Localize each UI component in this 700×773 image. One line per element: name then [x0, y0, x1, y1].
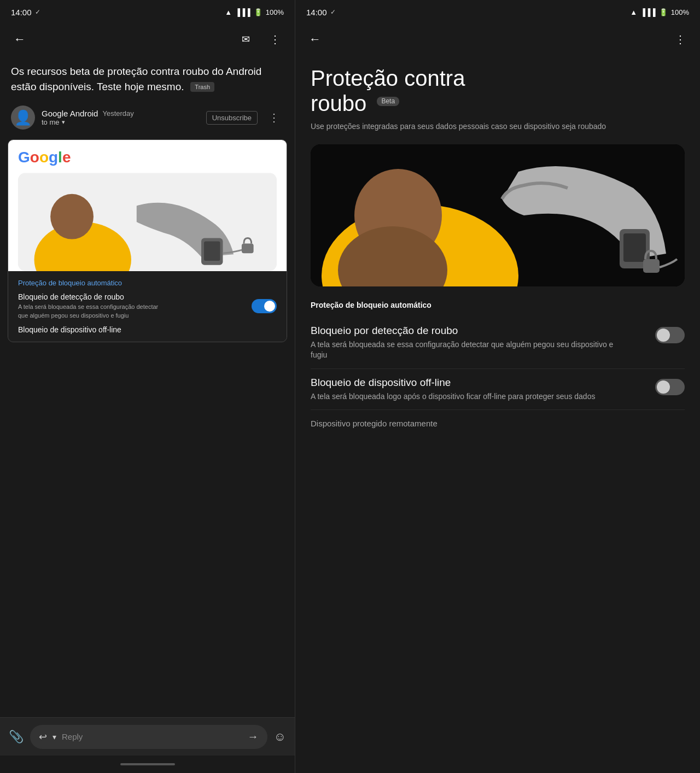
time-left: 14:00	[11, 8, 32, 17]
setting-item-2-text: Bloqueio de dispositivo off-line A tela …	[311, 377, 617, 402]
auto-lock-title-email: Proteção de bloqueio automático	[18, 279, 277, 287]
attach-button[interactable]: 📎	[9, 730, 24, 744]
setting-2-desc: A tela será bloqueada logo após o dispos…	[311, 391, 617, 402]
page-subtitle: Use proteções integradas para seus dados…	[311, 121, 685, 132]
settings-section: Proteção de bloqueio automático Bloqueio…	[295, 292, 700, 411]
sender-date: Yesterday	[102, 109, 133, 118]
setting-item-1: Bloqueio por detecção de roubo A tela se…	[311, 317, 685, 369]
sender-info: Google Android Yesterday to me ▾	[42, 109, 200, 126]
nav-bar-left	[0, 756, 295, 773]
status-bar-right: 14:00 ✓ ▲ ▐▐▐ 🔋 100%	[295, 0, 700, 24]
toggle-setting-1[interactable]	[655, 327, 685, 343]
to-me-label[interactable]: to me ▾	[42, 118, 200, 126]
reply-bar: 📎 ↩ ▾ Reply → ☺	[0, 717, 295, 756]
sender-avatar: 👤	[11, 106, 35, 130]
time-right: 14:00	[306, 8, 327, 17]
email-setting-row-1: Bloqueio de detecção de roubo A tela ser…	[18, 292, 277, 320]
to-text: to me	[42, 118, 60, 126]
toolbar-left-group: ←	[10, 30, 30, 49]
status-icons-right: ▲ ▐▐▐ 🔋 100%	[630, 8, 689, 16]
emoji-button[interactable]: ☺	[274, 730, 286, 744]
status-bar-left: 14:00 ✓ ▲ ▐▐▐ 🔋 100%	[0, 0, 295, 24]
status-time-left: 14:00 ✓	[11, 8, 40, 17]
back-button-left[interactable]: ←	[10, 30, 30, 49]
title-line2: roubo	[311, 91, 366, 115]
battery-icon: 🔋	[254, 8, 262, 16]
email-setting-title-2: Bloqueio de dispositivo off-line	[18, 325, 277, 334]
right-panel: 14:00 ✓ ▲ ▐▐▐ 🔋 100% ← ⋮ Proteção contra…	[295, 0, 700, 773]
svg-rect-11	[623, 233, 646, 262]
email-card-dark: Proteção de bloqueio automático Bloqueio…	[8, 271, 287, 342]
setting-1-title: Bloqueio por detecção de roubo	[311, 325, 617, 337]
setting-item-2: Bloqueio de dispositivo off-line A tela …	[311, 369, 685, 411]
right-illustration	[311, 144, 685, 286]
section-label: Proteção de bloqueio automático	[311, 301, 685, 309]
email-illustration	[18, 173, 277, 271]
sender-name-row: Google Android Yesterday	[42, 109, 200, 118]
more-button-right[interactable]: ⋮	[670, 30, 690, 49]
email-setting-title-1: Bloqueio de detecção de roubo A tela ser…	[18, 292, 160, 320]
toggle-setting-2[interactable]	[655, 379, 685, 395]
google-logo: Google	[18, 150, 277, 165]
setting-2-title: Bloqueio de dispositivo off-line	[311, 377, 617, 389]
sender-row: 👤 Google Android Yesterday to me ▾ Unsub…	[0, 100, 295, 135]
setting-1-desc: A tela será bloqueada se essa configuraç…	[311, 339, 617, 361]
battery-icon-right: 🔋	[659, 8, 668, 16]
page-title: Proteção contra roubo Beta	[311, 66, 685, 116]
wifi-icon-right: ▲	[630, 8, 637, 16]
right-theft-svg	[311, 144, 685, 286]
setting-desc-text-1: A tela será bloqueada se essa configuraç…	[18, 303, 160, 320]
reply-input-area[interactable]: ↩ ▾ Reply →	[30, 725, 267, 749]
wifi-icon: ▲	[225, 8, 232, 16]
toolbar-right-group: ✉ ⋮	[236, 30, 285, 49]
beta-badge: Beta	[377, 97, 399, 107]
reply-dropdown[interactable]: ▾	[52, 733, 56, 741]
svg-rect-4	[204, 242, 220, 261]
checkmark-right: ✓	[330, 8, 336, 16]
battery-pct-right: 100%	[671, 8, 689, 16]
reply-placeholder: Reply	[62, 732, 240, 741]
email-setting-header-1: Bloqueio de detecção de roubo A tela ser…	[18, 292, 277, 320]
email-body: Google	[0, 135, 295, 717]
sender-actions: Unsubscribe ⋮	[206, 108, 284, 127]
dropdown-chevron: ▾	[62, 119, 65, 126]
email-card: Google	[8, 139, 287, 342]
nav-indicator-left	[120, 763, 175, 765]
reply-icon: ↩	[39, 731, 47, 743]
sender-more-button[interactable]: ⋮	[264, 108, 284, 127]
status-time-right: 14:00 ✓	[306, 8, 336, 17]
email-tag[interactable]: Trash	[190, 82, 214, 92]
setting-title-text-1: Bloqueio de detecção de roubo	[18, 292, 160, 301]
title-line1: Proteção contra	[311, 66, 465, 90]
email-toolbar-left: ← ✉ ⋮	[0, 24, 295, 55]
unsubscribe-button[interactable]: Unsubscribe	[206, 111, 258, 125]
email-card-inner: Google	[8, 140, 287, 271]
setting-item-1-text: Bloqueio por detecção de roubo A tela se…	[311, 325, 617, 361]
page-title-block: Proteção contra roubo Beta Use proteções…	[295, 55, 700, 139]
theft-svg	[18, 173, 277, 271]
left-panel: 14:00 ✓ ▲ ▐▐▐ 🔋 100% ← ✉ ⋮ Os recursos b…	[0, 0, 295, 773]
sender-name: Google Android	[42, 109, 98, 118]
svg-point-2	[50, 194, 94, 239]
more-button-left[interactable]: ⋮	[265, 30, 285, 49]
email-subject-area: Os recursos beta de proteção contra roub…	[0, 55, 295, 100]
status-icons-left: ▲ ▐▐▐ 🔋 100%	[225, 8, 284, 16]
signal-icon: ▐▐▐	[235, 8, 250, 16]
checkmark-left: ✓	[35, 8, 40, 16]
signal-icon-right: ▐▐▐	[640, 8, 656, 16]
toggle-on-1[interactable]	[252, 299, 277, 313]
svg-rect-5	[242, 244, 254, 254]
right-toolbar: ← ⋮	[295, 24, 700, 55]
section-footer: Dispositivo protegido remotamente	[295, 410, 700, 428]
back-button-right[interactable]: ←	[305, 30, 325, 49]
person-icon: 👤	[14, 109, 32, 126]
email-subject-text: Os recursos beta de proteção contra roub…	[11, 63, 284, 93]
battery-pct-left: 100%	[266, 8, 284, 16]
svg-rect-12	[643, 259, 660, 273]
subject-content: Os recursos beta de proteção contra roub…	[11, 66, 261, 92]
archive-button[interactable]: ✉	[236, 30, 255, 49]
send-button[interactable]: →	[248, 730, 259, 743]
